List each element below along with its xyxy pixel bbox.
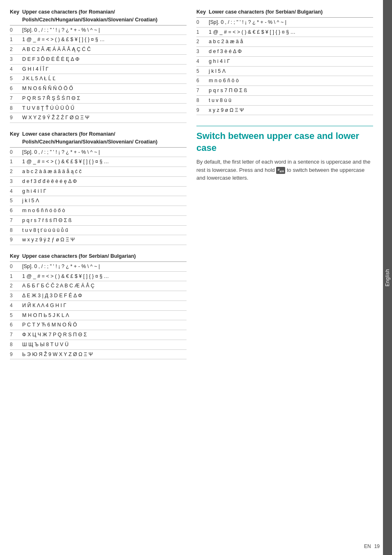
lower-romanian-table: Key Lower case characters (for Romanian/… [10, 130, 187, 245]
table-header-row: Key Lower case characters (for Serbian/ … [196, 8, 373, 17]
table-row: 8t u v 8 ţ ť ù ú û ü ů ű [10, 225, 187, 235]
table-row: 5j k l 5 Λ [10, 196, 187, 206]
table-row: 7p q r s 7 Π Θ Σ ß [196, 86, 373, 96]
table-row: 6m n o 6 ñ ň ó ö ő ò [10, 206, 187, 216]
table-row: 5М Н О П Ь 5 J K L Λ [10, 310, 187, 320]
table-row: 4g h i 4 ì Γ [196, 56, 373, 66]
upper-serbian-table: Key Upper case characters (for Serbian/ … [10, 252, 187, 359]
table-row: 9W X Y Z 9 Ý Ž Ż Ź Γ Ø Ω Ξ Ψ [10, 113, 187, 123]
key-header-3: Key [10, 252, 21, 261]
section-divider [196, 126, 373, 126]
lower-romanian-header-desc: Lower case characters (for Romanian/ Pol… [21, 130, 187, 147]
table-row: 4И Й К Λ Λ 4 G H I Γ [10, 301, 187, 310]
table-row: 4G H I 4 Í Î Γ [10, 64, 187, 74]
lower-serbian-header-desc: Lower case characters (for Serbian/ Bulg… [207, 8, 373, 17]
table-row: 3d e f 3 ď đ è ě è é ę Δ Φ [10, 176, 187, 186]
left-column: Key Upper case characters (for Romanian/… [10, 8, 187, 539]
table-row: 3D E F 3 Ď Đ Ė Ě Ė Ę Δ Φ [10, 54, 187, 64]
table-row: 4g h i 4 í î Γ [10, 186, 187, 196]
lower-serbian-table: Key Lower case characters (for Serbian/ … [196, 8, 373, 115]
table-row: 11 @ _ # = < > ( ) & £ $ ¥ [ ] { } ¤ § … [10, 35, 187, 45]
table-row: 9w x y z 9 ý ž ƒ ø Ω Ξ Ψ [10, 235, 187, 245]
switch-body: By default, the first letter of each wor… [196, 158, 373, 182]
sidebar-label: English [385, 269, 390, 287]
lang-label: EN [364, 543, 371, 549]
table-row: 2A B C 2 Â Æ Á Ä Ã Å Ą Ç Ć Č [10, 45, 187, 55]
table-row: 6m n o 6 ñ ö ò [196, 76, 373, 86]
key-header: Key [10, 8, 21, 25]
key-icon: #a/A [276, 167, 285, 174]
table-row: 11 @ _ # = < > ( ) & € £ $ ¥ [ ] { } ¤ §… [10, 157, 187, 167]
bottom-bar: EN 19 [364, 543, 380, 549]
table-row: 2a b c 2 à æ ä å [196, 37, 373, 47]
table-row: 7P Q R S 7 Ř Ş Š Ś Π Θ Σ [10, 93, 187, 103]
upper-serbian-header-desc: Upper case characters (for Serbian/ Bulg… [21, 252, 187, 261]
table-row: 7p q r s 7 ř š ś Π Θ Σ ß [10, 215, 187, 225]
table-row: 0[Sp]. 0 , / : ; " ' ! ¡ ? ¿ * + - % \ ^… [10, 25, 187, 35]
table-row: 8Ш Щ Ъ Ы 8 T U V Ü [10, 340, 187, 349]
table-row: 8T U V 8 Ţ Ť Ú Û Ü Ů Ű [10, 103, 187, 113]
table-row: 7Ф Х Ц Ч Ж 7 P Q R S Π Θ Σ [10, 330, 187, 340]
table-row: 2a b c 2 à â æ á ã ä å ą ć č [10, 167, 187, 177]
table-row: 11 @ _ # = < > ( ) & € £ $ ¥ [ ] { } ¤ §… [196, 27, 373, 37]
table-row: 2А Б Б Г Б Ć Č 2 A B C Æ Ä Å Ç [10, 281, 187, 291]
upper-romanian-table: Key Upper case characters (for Romanian/… [10, 8, 187, 123]
table-row: 11 @ _ # = < > ( ) & € £ $ ¥ [ ] { } ¤ §… [10, 271, 187, 281]
table-row: 5j k l 5 Λ [196, 66, 373, 76]
table-row: 3Δ Е Ж 3 | Д 3 D E F É Δ Φ [10, 291, 187, 301]
table-row: 5J K L 5 Λ Ł Ĺ Ľ [10, 74, 187, 84]
table-header-row: Key Upper case characters (for Romanian/… [10, 8, 187, 25]
table-header-row: Key Lower case characters (for Romanian/… [10, 130, 187, 147]
table-row: 0[Sp]. 0 , / : ; " ' ! ¡ ? ¿ * + - % \ ^… [10, 261, 187, 271]
table-row: 6M N O 6 Ñ Ň Ń Ó Ö Ő [10, 84, 187, 94]
upper-romanian-header-desc: Upper case characters (for Romanian/ Pol… [21, 8, 187, 25]
switch-title: Switch between upper case and lower case [196, 130, 373, 154]
table-row: 6Р С Т У Ћ 6 M N O Ñ Ö [10, 320, 187, 330]
right-column: Key Lower case characters (for Serbian/ … [196, 8, 373, 539]
switch-section: Switch between upper case and lower case… [196, 130, 373, 182]
key-header-4: Key [196, 8, 207, 17]
table-row: 3d e f 3 è é Δ Φ [196, 47, 373, 57]
page-number: 19 [374, 543, 380, 549]
table-row: 8t u v 8 ù ü [196, 95, 373, 105]
table-row: 9x y z 9 ø Ω Ξ Ψ [196, 105, 373, 115]
sidebar-english: English [383, 0, 392, 555]
key-header-2: Key [10, 130, 21, 147]
table-row: 0[Sp]. 0 , / : ; " ' ! ¡ ? ¿ * + - % \ ^… [196, 17, 373, 27]
table-row: 0[Sp]. 0 , / : ; " ' ! ¡ ? ¿ * + - % \ ^… [10, 147, 187, 157]
table-row: 9Ь Э Ю Я Ž 9 W X Y Z Ø Ω Ξ Ψ [10, 349, 187, 359]
table-header-row: Key Upper case characters (for Serbian/ … [10, 252, 187, 261]
